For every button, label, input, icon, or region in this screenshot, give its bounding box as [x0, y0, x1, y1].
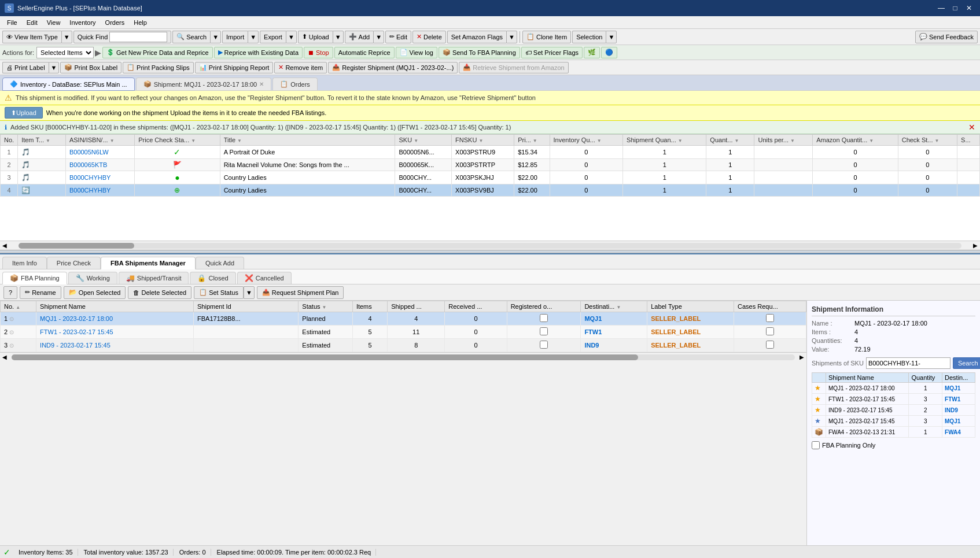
tab-inventory[interactable]: 🔷 Inventory - DataBase: SEPlus Main ... — [2, 77, 135, 91]
tab-quick-add[interactable]: Quick Add — [196, 257, 244, 269]
open-selected-button[interactable]: 📂 Open Selected — [64, 286, 126, 299]
col-sku[interactable]: SKU ▼ — [395, 135, 452, 146]
menu-help[interactable]: Help — [129, 18, 152, 27]
cases-checkbox[interactable] — [766, 314, 774, 322]
shipment-table-container[interactable]: No. Shipment Name Shipment Id Status ▼ I… — [0, 301, 806, 545]
col-inventory-qty[interactable]: Inventory Qu... ▼ — [550, 135, 623, 146]
ship-scroll-thumb[interactable] — [12, 354, 638, 360]
retrieve-shipment-button[interactable]: 📥 Retrieve Shipment from Amazon — [459, 62, 568, 73]
sub-tab-closed[interactable]: 🔒 Closed — [190, 272, 235, 284]
upload-action-button[interactable]: ⬆ Upload — [5, 107, 43, 119]
minimize-button[interactable]: — — [935, 2, 948, 14]
menu-orders[interactable]: Orders — [101, 18, 130, 27]
send-to-fba-button[interactable]: 📦 Send To FBA Planning — [439, 47, 520, 58]
sub-tab-shipped-transit[interactable]: 🚚 Shipped/Transit — [119, 272, 189, 284]
import-dropdown[interactable]: ▼ — [248, 31, 259, 43]
quick-find-input[interactable] — [109, 32, 167, 42]
blue-icon-btn[interactable]: 🔵 — [601, 47, 617, 58]
import-button[interactable]: Import — [222, 31, 248, 43]
tab-shipment[interactable]: 📦 Shipment: MQJ1 - 2023-02-17 18:00 ✕ — [136, 77, 272, 90]
add-dropdown[interactable]: ▼ — [373, 31, 384, 43]
sku-search-input[interactable] — [866, 357, 950, 369]
panel-col-shipment[interactable]: Shipment Name — [826, 373, 909, 383]
ship-col-no[interactable]: No. — [1, 301, 36, 312]
view-item-type-dropdown[interactable]: ▼ — [61, 31, 72, 43]
sub-tab-fba-planning[interactable]: 📦 FBA Planning — [2, 272, 67, 284]
selection-dropdown[interactable]: ▼ — [606, 31, 617, 43]
cases-checkbox[interactable] — [766, 341, 774, 349]
send-feedback-button[interactable]: 💬 Send Feedback — [915, 31, 978, 43]
export-button[interactable]: Export — [260, 31, 286, 43]
maximize-button[interactable]: □ — [949, 2, 961, 14]
ship-col-id[interactable]: Shipment Id — [194, 301, 299, 312]
help-button[interactable]: ? — [3, 286, 17, 299]
tab-item-info[interactable]: Item Info — [2, 257, 47, 269]
print-label-button[interactable]: 🖨 Print Label — [2, 62, 49, 73]
close-button[interactable]: ✕ — [963, 2, 975, 14]
table-row[interactable]: 2 🎵 B000065KTB 🚩 Rita Macneil Volume One… — [1, 159, 980, 171]
col-title[interactable]: Title ▼ — [220, 135, 395, 146]
export-dropdown[interactable]: ▼ — [286, 31, 297, 43]
stop-button[interactable]: ⏹ Stop — [304, 47, 333, 58]
scroll-left-button[interactable]: ◀ — [0, 242, 9, 249]
col-price-check[interactable]: Price Check Sta... ▼ — [135, 135, 220, 146]
inventory-table-scroll[interactable]: No. Item T... ▼ ASIN/ISBN/... ▼ Price Ch… — [0, 134, 980, 241]
ship-col-label-type[interactable]: Label Type — [647, 301, 734, 312]
ship-col-destination[interactable]: Destinati... ▼ — [581, 301, 647, 312]
shipment-h-scroll[interactable]: ◀ ▶ — [0, 352, 806, 361]
table-row[interactable]: 1 ⊙ MQJ1 - 2023-02-17 18:00 FBA17128B8..… — [1, 312, 806, 326]
table-row[interactable]: 3 ⊙ IND9 - 2023-02-17 15:45 Estimated 5 … — [1, 339, 806, 352]
ship-col-items[interactable]: Items — [352, 301, 387, 312]
get-price-data-button[interactable]: 💲 Get New Price Data and Reprice — [102, 47, 213, 58]
ship-col-status[interactable]: Status ▼ — [299, 301, 353, 312]
horizontal-scrollbar[interactable]: ◀ ▶ — [0, 241, 980, 250]
selection-button[interactable]: Selection — [572, 31, 606, 43]
search-dropdown[interactable]: ▼ — [210, 31, 221, 43]
tab-price-check[interactable]: Price Check — [47, 257, 101, 269]
list-item[interactable]: ★ IND9 - 2023-02-17 15:45 2 IND9 — [812, 405, 975, 416]
sub-tab-cancelled[interactable]: ❌ Cancelled — [237, 272, 292, 284]
col-fnsku[interactable]: FNSKU ▼ — [452, 135, 514, 146]
tab-fba-shipments[interactable]: FBA Shipments Manager — [101, 257, 196, 269]
tab-orders[interactable]: 📋 Orders — [272, 77, 318, 90]
ship-col-shipped[interactable]: Shipped ... — [388, 301, 445, 312]
list-item[interactable]: 📦 FWA4 - 2023-02-13 21:31 1 FWA4 — [812, 427, 975, 438]
scroll-thumb[interactable] — [19, 243, 134, 249]
quick-find-button[interactable]: Quick Find — [73, 31, 172, 43]
add-button[interactable]: ➕ Add — [345, 31, 374, 43]
col-price[interactable]: Pri... ▼ — [514, 135, 550, 146]
col-check-st[interactable]: Check St... ▼ — [898, 135, 957, 146]
col-asin[interactable]: ASIN/ISBN/... ▼ — [65, 135, 134, 146]
remove-item-button[interactable]: ✕ Remove item — [274, 62, 327, 73]
scroll-right-button[interactable]: ▶ — [971, 242, 980, 249]
table-row[interactable]: 3 🎵 B000CHYHBY ● Country Ladies B000CHY.… — [1, 171, 980, 184]
rename-button[interactable]: ✏ Rename — [20, 286, 61, 299]
menu-inventory[interactable]: Inventory — [65, 18, 100, 27]
set-status-dropdown[interactable]: ▼ — [244, 286, 255, 299]
delete-selected-button[interactable]: 🗑 Delete Selected — [128, 286, 191, 299]
print-shipping-report-button[interactable]: 📊 Print Shipping Report — [195, 62, 274, 73]
ship-col-received[interactable]: Received ... — [445, 301, 507, 312]
list-item[interactable]: ★ FTW1 - 2023-02-17 15:45 3 FTW1 — [812, 394, 975, 405]
ship-scroll-right[interactable]: ▶ — [797, 354, 806, 360]
registered-checkbox[interactable] — [540, 314, 548, 322]
table-row[interactable]: 2 ⊙ FTW1 - 2023-02-17 15:45 Estimated 5 … — [1, 326, 806, 339]
menu-file[interactable]: File — [2, 18, 22, 27]
reprice-existing-button[interactable]: ▶ Reprice with Existing Data — [214, 47, 303, 58]
table-row[interactable]: 1 🎵 B00005N6LW ✓ A Portrait Of Duke B000… — [1, 146, 980, 159]
registered-checkbox[interactable] — [540, 341, 548, 349]
view-log-button[interactable]: 📄 View log — [396, 47, 437, 58]
set-pricer-flags-button[interactable]: 🏷 Set Pricer Flags — [521, 47, 583, 58]
set-amazon-flags-button[interactable]: Set Amazon Flags — [447, 31, 506, 43]
col-no[interactable]: No. — [1, 135, 18, 146]
amazon-flags-dropdown[interactable]: ▼ — [506, 31, 517, 43]
green-icon-btn[interactable]: 🌿 — [584, 47, 600, 58]
print-packing-slips-button[interactable]: 📋 Print Packing Slips — [123, 62, 194, 73]
tab-close-shipment[interactable]: ✕ — [259, 81, 264, 87]
view-item-type-button[interactable]: 👁 View Item Type — [2, 31, 61, 43]
set-status-button[interactable]: 📋 Set Status — [194, 286, 244, 299]
fba-only-checkbox[interactable] — [812, 441, 820, 449]
col-item-type[interactable]: Item T... ▼ — [18, 135, 66, 146]
sub-tab-working[interactable]: 🔧 Working — [68, 272, 117, 284]
list-item[interactable]: ★ MQJ1 - 2023-02-17 15:45 3 MQJ1 — [812, 416, 975, 427]
